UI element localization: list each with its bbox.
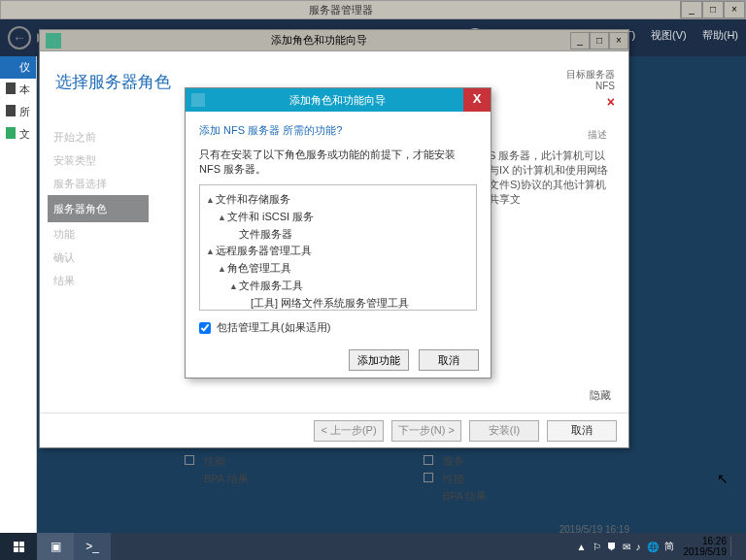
step-results: 结果 xyxy=(53,269,158,292)
step-server[interactable]: 服务器选择 xyxy=(53,172,158,195)
tray-icon[interactable]: ♪ xyxy=(636,542,641,552)
include-tools-checkbox[interactable]: 包括管理工具(如果适用) xyxy=(199,320,477,335)
tree-node[interactable]: [工具] 网络文件系统服务管理工具 xyxy=(206,295,470,311)
popup-title: 添加角色和功能向导 xyxy=(211,93,463,108)
wizard-titlebar[interactable]: 添加角色和功能向导 _ □ × xyxy=(40,30,628,51)
hide-link[interactable]: 隐藏 xyxy=(590,387,611,403)
taskbar-powershell[interactable]: >_ xyxy=(74,533,111,560)
wizard-footer: < 上一步(P) 下一步(N) > 安装(I) 取消 xyxy=(40,412,628,447)
wizard-max-button[interactable]: □ xyxy=(590,32,609,49)
tray-icon[interactable]: ▲ xyxy=(577,542,587,552)
popup-question: 添加 NFS 服务器 所需的功能? xyxy=(199,123,477,138)
popup-close-button[interactable]: X xyxy=(463,88,491,112)
tree-node[interactable]: 文件服务器 xyxy=(206,226,470,243)
taskbar-clock[interactable]: 16:26 2019/5/19 xyxy=(680,536,731,557)
notification-center-icon[interactable] xyxy=(730,537,746,556)
wizard-title: 添加角色和功能向导 xyxy=(67,33,570,48)
step-before[interactable]: 开始之前 xyxy=(53,125,158,148)
nav-back-icon[interactable]: ← xyxy=(8,26,31,49)
window-max-button[interactable]: □ xyxy=(702,1,724,18)
tray-icon[interactable]: 🌐 xyxy=(647,542,659,552)
step-type[interactable]: 安装类型 xyxy=(53,148,158,172)
status-box-icon xyxy=(424,473,433,482)
step-roles[interactable]: 服务器角色 xyxy=(48,195,149,222)
description-label: 描述 xyxy=(588,127,607,143)
tree-node[interactable]: ▲远程服务器管理工具 xyxy=(206,243,470,260)
sidebar-item-dashboard[interactable]: 仪 xyxy=(0,56,36,79)
prev-button[interactable]: < 上一步(P) xyxy=(314,420,384,442)
server-sidebar: 仪 本 所 文 xyxy=(0,56,37,541)
tree-node[interactable]: ▲角色管理工具 xyxy=(206,260,470,278)
tray-icon[interactable]: ⚐ xyxy=(593,542,601,552)
wizard-close-button[interactable]: × xyxy=(609,32,628,49)
status-box-icon xyxy=(424,455,433,465)
tree-node[interactable]: ▲文件和 iSCSI 服务 xyxy=(206,209,470,226)
window-close-button[interactable]: × xyxy=(724,1,745,18)
wizard-min-button[interactable]: _ xyxy=(570,32,590,49)
tray-icon[interactable]: ✉ xyxy=(623,542,630,552)
description-text: S 服务器，此计算机可以与IX 的计算机和使用网络文件S)协议的其他计算机共享文 xyxy=(489,148,615,207)
taskbar: ▣ >_ ▲⚐⛊✉♪🌐简 16:26 2019/5/19 xyxy=(0,533,746,560)
menu-help[interactable]: 帮助(H) xyxy=(702,28,738,48)
taskbar-server-manager[interactable]: ▣ xyxy=(37,533,74,560)
start-button[interactable] xyxy=(0,533,37,560)
tray-icon[interactable]: ⛊ xyxy=(607,542,617,552)
add-features-button[interactable]: 添加功能 xyxy=(349,349,409,371)
wizard-icon xyxy=(46,33,61,49)
include-tools-input[interactable] xyxy=(199,322,211,334)
system-tray: ▲⚐⛊✉♪🌐简 xyxy=(577,540,680,553)
app-title: 服务器管理器 xyxy=(1,3,680,17)
tree-node[interactable]: ▲文件服务工具 xyxy=(206,278,470,295)
window-min-button[interactable]: _ xyxy=(681,1,702,18)
step-confirm: 确认 xyxy=(53,246,158,269)
add-features-popup: 添加角色和功能向导 X 添加 NFS 服务器 所需的功能? 只有在安装了以下角色… xyxy=(185,87,492,379)
popup-titlebar[interactable]: 添加角色和功能向导 X xyxy=(186,88,491,112)
app-titlebar: 服务器管理器 _ □ × xyxy=(0,0,746,19)
sidebar-item-all[interactable]: 所 xyxy=(0,101,36,123)
feature-tree[interactable]: ▲文件和存储服务▲文件和 iSCSI 服务文件服务器▲远程服务器管理工具▲角色管… xyxy=(199,184,477,311)
sidebar-item-file[interactable]: 文 xyxy=(0,123,36,146)
popup-icon xyxy=(191,93,205,107)
server-icon xyxy=(6,82,16,94)
wizard-steps: 开始之前 安装类型 服务器选择 服务器角色 功能 确认 结果 xyxy=(53,125,158,292)
dashboard-panels: 性能 BPA 结果 服务 性能 BPA 结果 xyxy=(165,452,736,505)
cancel-button[interactable]: 取消 xyxy=(547,420,617,442)
menu-view[interactable]: 视图(V) xyxy=(651,28,687,48)
step-features: 功能 xyxy=(53,222,158,246)
servers-icon xyxy=(6,105,16,116)
windows-icon xyxy=(14,542,24,552)
tray-icon[interactable]: 简 xyxy=(664,540,674,553)
tree-node[interactable]: ▲文件和存储服务 xyxy=(206,191,470,209)
next-button[interactable]: 下一步(N) > xyxy=(391,420,461,442)
install-button: 安装(I) xyxy=(469,420,539,442)
dashboard-icon xyxy=(6,60,16,72)
popup-note: 只有在安装了以下角色服务或功能的前提下，才能安装 NFS 服务器。 xyxy=(199,148,477,177)
popup-cancel-button[interactable]: 取消 xyxy=(419,349,479,371)
wizard-heading: 选择服务器角色 xyxy=(55,71,171,93)
sidebar-item-local[interactable]: 本 xyxy=(0,79,36,101)
file-icon xyxy=(6,127,16,139)
status-box-icon xyxy=(185,455,194,465)
